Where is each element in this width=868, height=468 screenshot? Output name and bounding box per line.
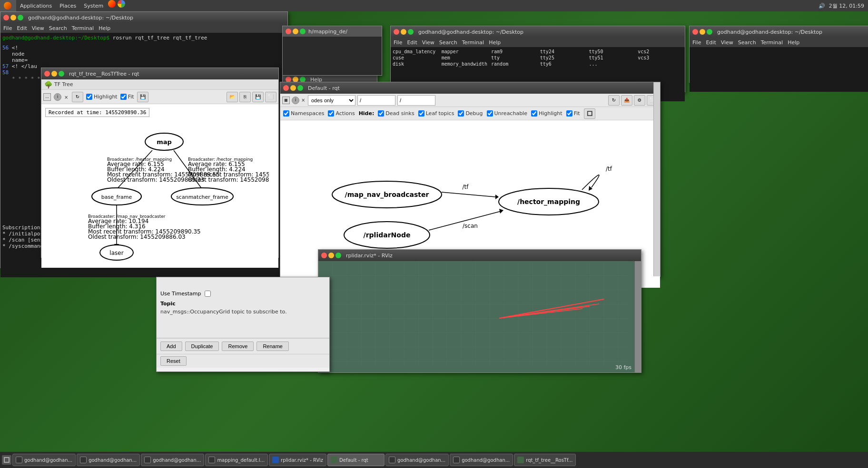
mapping-maximize[interactable] [300, 29, 306, 34]
taskbar-terminal-1[interactable]: godhand@godhan... [12, 454, 76, 466]
maximize-button[interactable] [18, 15, 23, 20]
tf-full-btn[interactable]: ⬜ [265, 92, 276, 102]
t3-menu-edit[interactable]: Edit [706, 39, 716, 46]
menu-help[interactable]: Help [99, 25, 110, 31]
chrome-icon[interactable] [118, 0, 125, 8]
minimize-button[interactable] [10, 15, 16, 20]
unreachable-cb[interactable] [487, 110, 493, 117]
menu-applications[interactable]: Applications [16, 0, 56, 11]
options-btn[interactable]: ... [43, 93, 51, 101]
terminal-2-maximize[interactable] [408, 29, 414, 35]
t2-menu-view[interactable]: View [422, 39, 434, 46]
mapping-body[interactable] [283, 37, 382, 75]
terminal-2-minimize[interactable] [401, 29, 406, 35]
add-button[interactable]: Add [160, 341, 182, 351]
close-button[interactable] [3, 15, 9, 20]
ubuntu-icon[interactable] [0, 0, 16, 11]
firefox-icon[interactable] [108, 0, 116, 8]
rqt-tf-close[interactable] [44, 71, 50, 77]
rqt-graph-minimize[interactable] [290, 85, 296, 91]
menu-system[interactable]: System [80, 0, 107, 11]
namespaces-cb[interactable] [283, 110, 289, 117]
rviz-scrollbar[interactable] [634, 261, 641, 372]
rqt-opt-btn[interactable]: ▦ [282, 97, 290, 104]
menu-edit[interactable]: Edit [17, 25, 27, 31]
rqt-icon-btn[interactable]: 🔲 [584, 108, 595, 119]
debug-cb[interactable] [458, 110, 464, 117]
t2-menu-search[interactable]: Search [439, 39, 457, 46]
export-btn[interactable]: 💾 [137, 92, 148, 102]
terminal-3-body[interactable] [690, 47, 868, 92]
rqt-info-btn[interactable]: i [292, 97, 299, 104]
taskbar-terminal-3[interactable]: godhand@godhan... [141, 454, 204, 466]
mapping-win-buttons [286, 29, 306, 34]
t2-menu-help[interactable]: Help [489, 39, 501, 46]
terminal-2-close[interactable] [394, 29, 399, 35]
rqt-close-x[interactable]: × [301, 98, 306, 103]
filter-input-2[interactable] [397, 95, 435, 106]
topic-section: Topic nav_msgs::OccupancyGrid topic to s… [160, 301, 326, 315]
taskbar-rqt-tf[interactable]: rqt_tf_tree__RosTf... [514, 454, 576, 466]
info-btn[interactable]: i [54, 93, 61, 101]
highlight-cb[interactable] [531, 110, 537, 117]
menu-search[interactable]: Search [49, 25, 67, 31]
fit-checkbox[interactable] [120, 94, 127, 100]
menu-terminal[interactable]: Terminal [72, 25, 94, 31]
tf-close-x[interactable]: × [64, 95, 69, 99]
tf-open-btn[interactable]: 📂 [227, 92, 238, 102]
filter-input-1[interactable] [357, 95, 395, 106]
refresh-btn[interactable]: ↻ [72, 92, 83, 102]
rviz-body[interactable]: 30 fps [318, 261, 641, 372]
use-timestamp-checkbox[interactable] [205, 291, 211, 297]
t3-menu-view[interactable]: View [721, 39, 733, 46]
reset-button[interactable]: Reset [160, 356, 187, 366]
highlight-checkbox[interactable] [86, 94, 92, 100]
t3-menu-help[interactable]: Help [788, 39, 799, 46]
t2-menu-file[interactable]: File [394, 39, 402, 46]
t3-menu-file[interactable]: File [692, 39, 701, 46]
rqt-export-btn[interactable]: 📤 [621, 95, 632, 106]
mapping-minimize[interactable] [293, 29, 298, 34]
taskbar-terminal-5[interactable]: godhand@godhan... [450, 454, 513, 466]
taskbar-rqt-default[interactable]: Default - rqt [327, 454, 385, 466]
t3-menu-search[interactable]: Search [738, 39, 756, 46]
mapping-close[interactable] [286, 29, 291, 34]
show-desktop-btn[interactable] [2, 455, 11, 465]
rqt-tf-maximize[interactable] [59, 71, 64, 77]
leaf-topics-cb[interactable] [418, 110, 424, 117]
filter-select[interactable]: odes only [308, 95, 355, 106]
rqt-tf-minimize[interactable] [51, 71, 57, 77]
graph-scrollbar[interactable] [653, 120, 660, 276]
menu-file[interactable]: File [3, 25, 12, 31]
rqt-graph-close[interactable] [283, 85, 289, 91]
taskbar-rviz[interactable]: rplidar.rviz* - RViz [269, 454, 326, 466]
t2-menu-terminal[interactable]: Terminal [462, 39, 484, 46]
terminal-3-minimize[interactable] [700, 29, 705, 35]
rqt-refresh-btn[interactable]: ↻ [608, 95, 620, 106]
menu-view[interactable]: View [32, 25, 44, 31]
duplicate-button[interactable]: Duplicate [185, 341, 219, 351]
rviz-close[interactable] [321, 253, 327, 258]
terminal-3-close[interactable] [692, 29, 698, 35]
taskbar-terminal-4[interactable]: godhand@godhan... [385, 454, 449, 466]
rqt-graph-maximize[interactable] [297, 85, 303, 91]
tf-copy-btn[interactable]: ⎘ [239, 92, 251, 102]
dead-sinks-cb[interactable] [378, 110, 384, 117]
rviz-maximize[interactable] [335, 253, 341, 258]
t3-menu-terminal[interactable]: Terminal [761, 39, 783, 46]
t2-menu-edit[interactable]: Edit [407, 39, 417, 46]
taskbar-terminal-2[interactable]: godhand@godhan... [77, 454, 140, 466]
rviz-minimize[interactable] [328, 253, 334, 258]
tf-save-btn[interactable]: 💾 [252, 92, 264, 102]
rqt-settings-btn[interactable]: ⚙ [634, 95, 645, 106]
actions-cb[interactable] [328, 110, 334, 117]
terminal-3-maximize[interactable] [707, 29, 712, 35]
remove-button[interactable]: Remove [222, 341, 254, 351]
rename-button[interactable]: Rename [256, 341, 289, 351]
tf-tree-body[interactable]: Recorded at time: 1455209890.36 map Broa… [41, 104, 278, 268]
mapping-taskbar-icon [208, 457, 215, 463]
menu-places[interactable]: Places [56, 0, 80, 11]
taskbar-mapping[interactable]: mapping_default.l... [205, 454, 268, 466]
panel-top[interactable]: Use Timestamp Topic nav_msgs::OccupancyG… [157, 277, 329, 338]
fit-cb[interactable] [566, 110, 572, 117]
